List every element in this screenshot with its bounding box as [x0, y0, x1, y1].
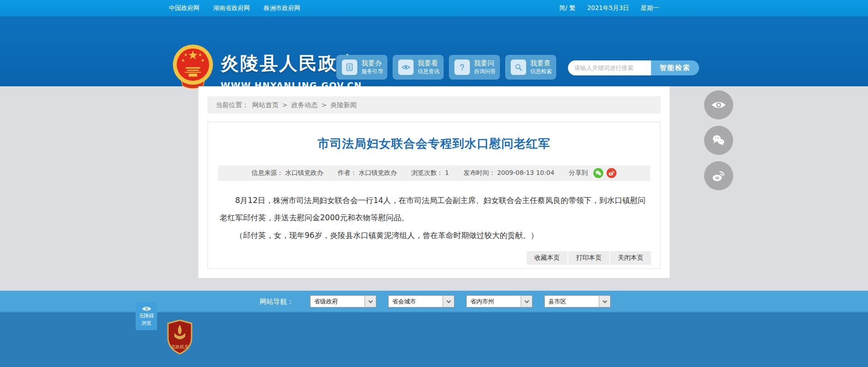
eye-icon — [142, 306, 152, 312]
breadcrumb-separator: > — [282, 101, 288, 109]
party-gov-emblem-label: 党政机关 — [171, 344, 189, 349]
weibo-icon — [608, 169, 615, 177]
chevron-down-icon — [443, 296, 454, 307]
service-label: 我要办 — [361, 59, 383, 68]
meta-views-value: 1 — [445, 169, 449, 177]
breadcrumb-current[interactable]: 炎陵新闻 — [330, 101, 357, 109]
floating-wechat-button[interactable] — [704, 126, 733, 155]
eye-icon — [398, 60, 414, 75]
breadcrumb-home[interactable]: 网站首页 — [252, 101, 279, 109]
share-icons — [593, 168, 616, 178]
footer-nav-selects: 省级政府 省会城市 省内市州 县市区 — [310, 295, 611, 307]
service-label: 我要问 — [474, 59, 496, 68]
service-sublabel: 信息检索 — [530, 68, 552, 75]
select-value: 省会城市 — [392, 298, 416, 306]
floating-view-button[interactable] — [704, 90, 733, 119]
share-label: 分享到 — [569, 169, 588, 177]
party-gov-shield-icon: 党政机关 — [166, 319, 193, 355]
current-date: 2021年5月3日 — [587, 4, 629, 12]
article-title: 市司法局妇女联合会专程到水口慰问老红军 — [208, 136, 660, 152]
breadcrumb-label: 当前位置： — [216, 101, 249, 109]
accessibility-label-line1: 无障碍 — [139, 313, 154, 319]
meta-author: 作者： 水口镇党政办 — [338, 169, 397, 177]
article-body: 8月12日，株洲市司法局妇女联合会一行14人，在市司法局工会副主席、妇女联合会主… — [220, 192, 648, 244]
chevron-down-icon — [365, 296, 376, 307]
select-capital-cities[interactable]: 省会城市 — [388, 295, 454, 307]
breadcrumb-separator: > — [321, 101, 327, 109]
article-card: 市司法局妇女联合会专程到水口慰问老红军 信息来源： 水口镇党政办 作者： 水口镇… — [207, 122, 661, 269]
article-paragraph: （邱付英，女，现年96岁，炎陵县水口镇黄泥湾组人，曾在革命时期做过较大的贡献。） — [220, 227, 648, 244]
wechat-icon — [595, 169, 602, 177]
meta-views: 浏览次数： 1 — [411, 169, 449, 177]
chevron-down-icon — [521, 296, 532, 307]
chevron-down-icon — [599, 296, 610, 307]
select-value: 县市区 — [548, 298, 566, 306]
article-actions: 收藏本页 打印本页 关闭本页 — [527, 251, 651, 265]
link-china-gov[interactable]: 中国政府网 — [169, 4, 200, 12]
lang-toggle[interactable]: 简/ 繁 — [559, 4, 576, 12]
national-emblem-logo[interactable] — [172, 43, 214, 92]
service-sublabel: 服务引导 — [361, 68, 383, 75]
site-search: 智能检索 — [568, 60, 699, 75]
share-wechat-button[interactable] — [593, 168, 603, 178]
breadcrumb-section[interactable]: 政务动态 — [291, 101, 318, 109]
favorite-page-button[interactable]: 收藏本页 — [527, 251, 567, 265]
service-button-ask[interactable]: 我要问 咨询问答 — [449, 55, 500, 79]
topbar-right: 简/ 繁 2021年5月3日 星期一 — [559, 0, 659, 16]
party-gov-emblem-badge[interactable]: 党政机关 — [166, 319, 193, 355]
weibo-icon — [711, 169, 726, 183]
service-button-news[interactable]: 我要看 信息资讯 — [393, 55, 444, 79]
accessibility-label-line2: 浏览 — [142, 320, 152, 327]
select-provincial-gov[interactable]: 省级政府 — [310, 295, 376, 307]
breadcrumb: 当前位置： 网站首页 > 政务动态 > 炎陵新闻 — [207, 96, 661, 114]
article-paragraph: 8月12日，株洲市司法局妇女联合会一行14人，在市司法局工会副主席、妇女联合会主… — [220, 192, 648, 227]
select-value: 省内市州 — [470, 298, 494, 306]
link-hunan-gov[interactable]: 湖南省政府网 — [213, 4, 250, 12]
select-value: 省级政府 — [314, 298, 338, 306]
service-buttons: 我要办 服务引导 我要看 信息资讯 我要问 咨询问答 — [336, 55, 556, 79]
accessibility-browse-button[interactable]: 无障碍 浏览 — [136, 302, 157, 330]
meta-source-label: 信息来源： — [252, 169, 283, 177]
service-label: 我要查 — [530, 59, 552, 68]
service-label: 我要看 — [418, 59, 439, 68]
masthead: 炎陵县人民政府 WWW.HNYANLING.GOV.CN 我要办 服务引导 我要… — [0, 16, 868, 86]
footer-nav-band: 网站导航： 省级政府 省会城市 省内市州 县市区 — [0, 291, 868, 312]
search-icon — [511, 60, 526, 75]
select-counties[interactable]: 县市区 — [544, 295, 611, 307]
meta-publish-time: 发布时间： 2009-08-13 10:04 — [464, 169, 554, 177]
close-page-button[interactable]: 关闭本页 — [610, 251, 651, 265]
service-button-apply[interactable]: 我要办 服务引导 — [336, 55, 387, 79]
document-icon — [342, 60, 357, 75]
share-weibo-button[interactable] — [607, 168, 616, 178]
wechat-icon — [711, 134, 726, 147]
floating-toolbar — [704, 90, 733, 190]
meta-time-value: 2009-08-13 10:04 — [497, 169, 554, 177]
topbar-links: 中国政府网 湖南省政府网 株洲市政府网 — [169, 0, 301, 16]
meta-time-label: 发布时间： — [464, 169, 495, 177]
meta-source-value: 水口镇党政办 — [285, 169, 323, 177]
national-emblem-icon — [172, 43, 214, 92]
print-page-button[interactable]: 打印本页 — [568, 251, 609, 265]
floating-weibo-button[interactable] — [704, 161, 733, 190]
search-input[interactable] — [568, 60, 651, 75]
meta-author-label: 作者： — [338, 169, 357, 177]
current-weekday: 星期一 — [641, 4, 660, 12]
smart-search-button[interactable]: 智能检索 — [651, 60, 699, 75]
meta-views-label: 浏览次数： — [411, 169, 443, 177]
footer: 主办单位：炎陵县人民政府办公室 承办单位：炎陵县政务服务中心 备案号：湘ICP备… — [0, 312, 868, 367]
meta-source: 信息来源： 水口镇党政办 — [252, 169, 323, 177]
link-zhuzhou-gov[interactable]: 株洲市政府网 — [264, 4, 301, 12]
article-meta-bar: 信息来源： 水口镇党政办 作者： 水口镇党政办 浏览次数： 1 发布时间： 20… — [218, 165, 650, 181]
content-wrapper: 当前位置： 网站首页 > 政务动态 > 炎陵新闻 市司法局妇女联合会专程到水口慰… — [198, 86, 670, 278]
footer-nav-label: 网站导航： — [260, 291, 294, 312]
meta-author-value: 水口镇党政办 — [359, 169, 397, 177]
service-button-search[interactable]: 我要查 信息检索 — [505, 55, 556, 79]
question-icon — [454, 60, 470, 75]
service-sublabel: 信息资讯 — [418, 68, 439, 75]
select-province-cities[interactable]: 省内市州 — [466, 295, 533, 307]
topbar: 中国政府网 湖南省政府网 株洲市政府网 简/ 繁 2021年5月3日 星期一 — [0, 0, 868, 16]
eye-icon — [711, 100, 726, 110]
service-sublabel: 咨询问答 — [474, 68, 496, 75]
